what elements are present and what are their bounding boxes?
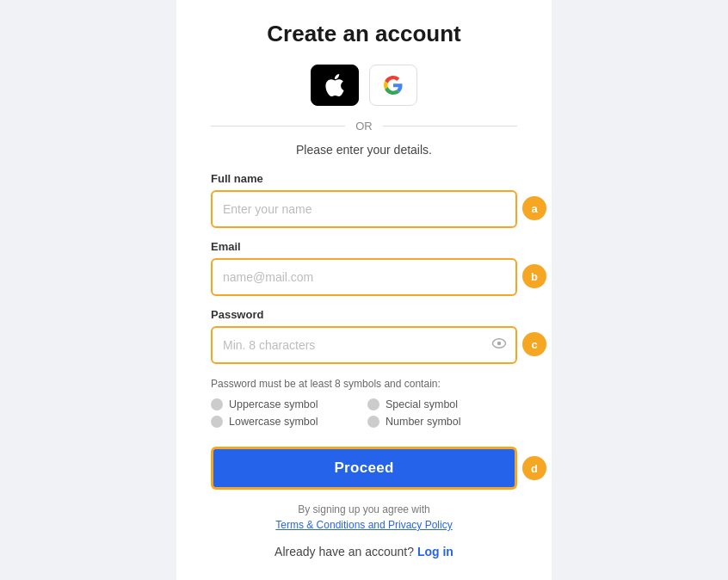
email-label: Email [211,240,517,253]
req-special-dot [367,398,379,410]
req-lowercase-dot [211,416,223,428]
fullname-input-wrapper [211,190,517,228]
email-badge: b [522,264,546,288]
proceed-badge: d [522,456,546,480]
social-buttons [311,65,417,106]
password-input[interactable] [211,326,517,364]
req-lowercase-label: Lowercase symbol [229,416,318,428]
fullname-group: Full name a [211,172,517,228]
already-text: Already have an account? [275,545,414,558]
agree-text: By signing up you agree with [298,503,429,515]
fullname-input[interactable] [211,190,517,228]
main-card: Create an account OR Please enter your d… [176,0,552,580]
fullname-label: Full name [211,172,517,185]
divider-line-left [211,126,345,126]
divider: OR [211,120,517,133]
fullname-badge: a [522,196,546,220]
req-uppercase-label: Uppercase symbol [229,398,318,410]
req-uppercase-dot [211,398,223,410]
divider-text: OR [355,120,373,133]
password-badge: c [522,332,546,356]
svg-point-1 [497,342,502,346]
password-hint: Password must be at least 8 symbols and … [211,378,517,390]
password-group: Password c [211,308,517,364]
apple-signin-button[interactable] [311,65,359,106]
google-signin-button[interactable] [369,65,417,106]
req-lowercase: Lowercase symbol [211,416,361,428]
email-input-wrapper [211,258,517,296]
req-special: Special symbol [367,398,517,410]
login-link[interactable]: Log in [417,545,453,558]
proceed-row: Proceed d [211,447,517,490]
google-icon [384,76,403,95]
terms-link[interactable]: Terms & Conditions and Privacy Policy [275,519,452,531]
email-input[interactable] [211,258,517,296]
sidebar-left [0,0,176,580]
email-group: Email b [211,240,517,296]
apple-icon [325,74,344,96]
sidebar-right [552,0,728,580]
req-uppercase: Uppercase symbol [211,398,361,410]
password-label: Password [211,308,517,321]
password-input-wrapper [211,326,517,364]
form-subtitle: Please enter your details. [296,143,432,157]
page-title: Create an account [267,21,460,47]
req-special-label: Special symbol [386,398,458,410]
login-row: Already have an account? Log in [275,545,453,558]
requirements-grid: Uppercase symbol Special symbol Lowercas… [211,398,517,428]
password-toggle-icon[interactable] [491,337,507,353]
req-number-dot [367,416,379,428]
divider-line-right [383,126,517,126]
req-number-label: Number symbol [386,416,461,428]
req-number: Number symbol [367,416,517,428]
proceed-button[interactable]: Proceed [211,447,517,490]
